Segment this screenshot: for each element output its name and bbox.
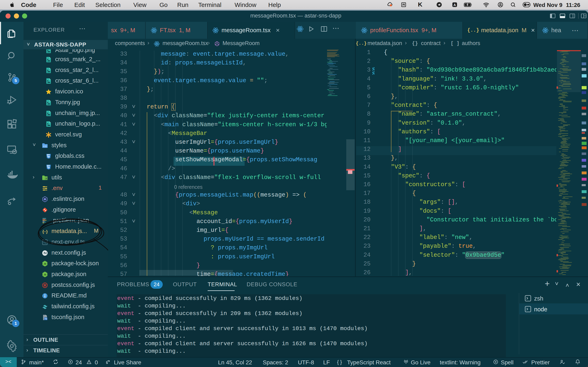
svg-text:TS: TS (44, 318, 47, 320)
svg-text:JS: JS (43, 263, 46, 265)
svg-text:JS: JS (43, 273, 46, 276)
svg-text:A: A (453, 3, 456, 7)
